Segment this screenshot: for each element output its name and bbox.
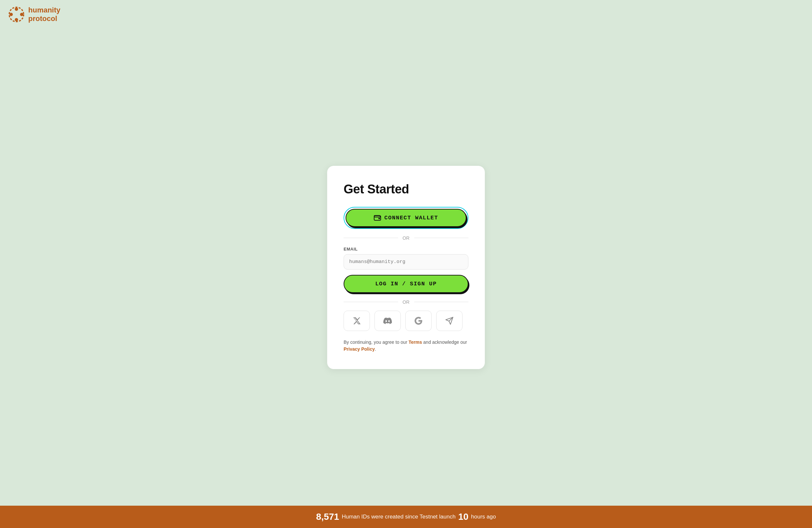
social-buttons-container <box>344 311 468 331</box>
card-title: Get Started <box>344 182 468 196</box>
svg-rect-6 <box>378 218 380 219</box>
main-content: Get Started CONNECT WALLET OR EMAIL L <box>0 29 812 506</box>
login-signup-button[interactable]: LOG IN / SIGN UP <box>344 275 468 293</box>
connect-wallet-wrapper: CONNECT WALLET <box>344 207 468 229</box>
twitter-x-icon <box>352 317 361 325</box>
privacy-policy-link[interactable]: Privacy Policy <box>344 347 375 352</box>
connect-wallet-button[interactable]: CONNECT WALLET <box>346 209 466 227</box>
logo-icon <box>8 6 25 23</box>
footer-bar: 8,571 Human IDs were created since Testn… <box>0 506 812 528</box>
svg-point-3 <box>10 13 13 16</box>
footer-count: 8,571 <box>316 512 339 522</box>
svg-point-1 <box>15 8 18 11</box>
footer-hours-label: hours ago <box>471 514 496 520</box>
logo-link[interactable]: humanity protocol <box>8 6 804 23</box>
discord-icon <box>383 317 392 325</box>
footer-text: Human IDs were created since Testnet lau… <box>342 514 455 520</box>
or-divider-1: OR <box>344 235 468 241</box>
terms-link[interactable]: Terms <box>409 339 422 345</box>
google-button[interactable] <box>405 311 432 331</box>
or-divider-2: OR <box>344 299 468 305</box>
svg-point-2 <box>15 18 18 21</box>
terms-text: By continuing, you agree to our Terms an… <box>344 339 468 353</box>
telegram-button[interactable] <box>436 311 463 331</box>
header: humanity protocol <box>0 0 812 29</box>
svg-point-4 <box>20 13 23 16</box>
twitter-x-button[interactable] <box>344 311 370 331</box>
get-started-card: Get Started CONNECT WALLET OR EMAIL L <box>327 166 485 369</box>
telegram-icon <box>445 317 454 325</box>
logo-text: humanity protocol <box>28 6 60 23</box>
footer-hours-count: 10 <box>458 512 468 522</box>
wallet-icon <box>374 215 381 221</box>
email-label: EMAIL <box>344 247 468 251</box>
email-input[interactable] <box>344 254 468 269</box>
google-icon <box>414 317 423 325</box>
discord-button[interactable] <box>375 311 401 331</box>
